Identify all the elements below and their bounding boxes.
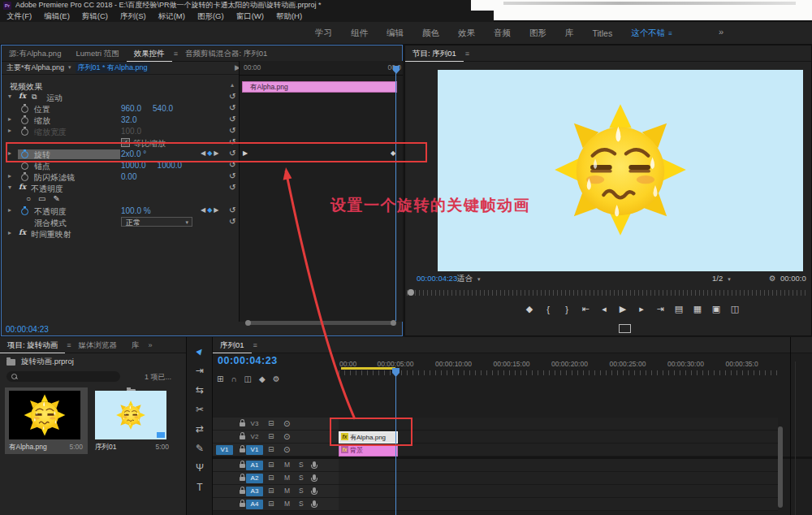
menu-item-文件F[interactable]: 文件(F) xyxy=(6,11,32,22)
twirl-right-icon[interactable]: ▸ xyxy=(8,127,11,134)
selection-tool[interactable]: ► xyxy=(187,342,213,360)
next-keyframe-icon[interactable]: ▶ xyxy=(214,206,220,214)
go-to-out-icon[interactable]: ⇥ xyxy=(654,304,666,314)
parameter-value[interactable]: 100.0 xyxy=(121,127,141,136)
program-scrub-handle[interactable] xyxy=(408,289,414,296)
track-content-V1[interactable] xyxy=(339,444,778,457)
panel-menu-icon[interactable]: ≡ xyxy=(253,341,257,349)
workspace-tab[interactable]: 效果 xyxy=(458,28,475,39)
solo-icon[interactable]: S xyxy=(299,474,304,482)
track-target-A3[interactable]: A3 xyxy=(246,487,263,496)
track-content-A2[interactable] xyxy=(339,472,778,485)
go-to-in-icon[interactable]: ⇤ xyxy=(580,304,591,314)
track-lock-icon[interactable] xyxy=(240,503,245,507)
slip-tool[interactable]: ⇄ xyxy=(187,420,213,438)
reset-parameter-icon[interactable]: ↺ xyxy=(229,115,235,123)
multi-camera-toggle-icon[interactable] xyxy=(619,324,631,333)
workspace-overflow-icon[interactable]: » xyxy=(719,27,723,37)
track-lock-icon[interactable] xyxy=(240,422,245,426)
twirl-right-icon[interactable]: ▸ xyxy=(8,149,11,157)
menu-item-编辑E[interactable]: 编辑(E) xyxy=(44,11,70,22)
previous-keyframe-icon[interactable]: ◀ xyxy=(201,206,207,214)
track-header-V1[interactable]: V1V1⊟⊙ xyxy=(213,444,339,457)
tab-效果控件[interactable]: 效果控件 xyxy=(127,45,172,62)
sync-lock-icon[interactable]: ⊟ xyxy=(268,500,274,508)
blend-mode-dropdown[interactable]: 正常▾ xyxy=(121,217,192,227)
ellipse-mask-icon[interactable]: ○ xyxy=(26,194,31,203)
reset-parameter-icon[interactable]: ↺ xyxy=(229,149,235,158)
menu-item-帮助H[interactable]: 帮助(H) xyxy=(276,11,302,22)
comparison-view-icon[interactable]: ◫ xyxy=(729,304,741,314)
effect-timeline-clip[interactable]: 有Alpha.png xyxy=(242,81,397,93)
parameter-value[interactable]: 0.00 xyxy=(121,172,136,181)
master-clip-selector[interactable]: 主要*有Alpha.png xyxy=(6,63,64,73)
parameter-value[interactable]: 2x0.0 ° xyxy=(121,149,146,158)
reset-parameter-icon[interactable]: ↺ xyxy=(229,103,235,112)
voiceover-record-icon[interactable] xyxy=(313,461,316,467)
menu-item-图形G[interactable]: 图形(G) xyxy=(197,11,224,22)
previous-keyframe-icon[interactable]: ◀ xyxy=(201,149,207,157)
track-target-V3[interactable]: V3 xyxy=(246,419,263,429)
twirl-down-icon[interactable]: ▾ xyxy=(8,184,11,191)
ripple-edit-tool[interactable]: ⇆ xyxy=(187,381,213,399)
play-icon[interactable]: ▶ xyxy=(617,304,628,314)
twirl-down-icon[interactable]: ▾ xyxy=(8,93,11,100)
step-forward-icon[interactable]: ▸ xyxy=(636,304,647,314)
next-keyframe-icon[interactable]: ▶ xyxy=(214,149,220,157)
sync-lock-icon[interactable]: ⊟ xyxy=(268,487,274,495)
mute-icon[interactable]: M xyxy=(284,487,290,495)
voiceover-record-icon[interactable] xyxy=(313,487,316,493)
track-output-eye-icon[interactable]: ⊙ xyxy=(283,419,290,428)
track-content-V2[interactable] xyxy=(339,431,778,444)
insert-nest-icon[interactable]: ⊞ xyxy=(217,374,223,383)
menu-item-标记M[interactable]: 标记(M) xyxy=(158,11,185,22)
project-search-input[interactable] xyxy=(6,371,120,382)
work-area-bar[interactable] xyxy=(341,367,395,370)
reset-parameter-icon[interactable]: ↺ xyxy=(229,171,235,180)
effect-playhead-line[interactable] xyxy=(395,72,396,321)
track-header-V2[interactable]: V2⊟⊙ xyxy=(213,431,339,444)
track-target-V2[interactable]: V2 xyxy=(246,432,263,442)
panel-menu-icon[interactable]: ≡ xyxy=(668,30,672,37)
track-header-V3[interactable]: V3⊟⊙ xyxy=(213,418,339,431)
collapse-icon[interactable]: ▴ xyxy=(231,81,234,89)
tab-项目: 旋转动画[interactable]: 项目: 旋转动画 xyxy=(0,337,65,353)
track-content-A3[interactable] xyxy=(339,485,778,498)
effect-timeline-ruler[interactable]: 00:00 00:0 xyxy=(240,61,403,76)
track-header-A1[interactable]: A1⊟MS xyxy=(213,459,339,472)
export-frame-icon[interactable]: ▣ xyxy=(710,304,722,314)
keyframe-start-marker[interactable]: ▶ xyxy=(243,149,248,157)
workspace-tab[interactable]: 音频 xyxy=(494,28,511,39)
step-back-icon[interactable]: ◂ xyxy=(598,304,610,314)
reset-parameter-icon[interactable]: ↺ xyxy=(229,160,235,169)
hand-tool[interactable]: Ψ xyxy=(187,459,213,477)
track-content-V3[interactable] xyxy=(339,418,778,431)
reset-parameter-icon[interactable]: ↺ xyxy=(229,92,235,101)
stopwatch-icon[interactable] xyxy=(21,106,28,113)
workspace-tab[interactable]: 编辑 xyxy=(387,28,404,39)
razor-tool[interactable]: ✂ xyxy=(187,400,213,418)
playback-resolution-dropdown[interactable]: 1/2▾ xyxy=(712,274,731,283)
solo-icon[interactable]: S xyxy=(299,500,304,508)
fit-dropdown[interactable]: 适合▾ xyxy=(457,274,481,284)
mark-out-icon[interactable]: } xyxy=(561,305,572,314)
parameter-value[interactable]: 540.0 xyxy=(153,104,173,113)
track-content-A1[interactable] xyxy=(339,459,778,472)
sequence-clip-label[interactable]: 序列01 * 有Alpha.png xyxy=(76,63,150,73)
pen-tool[interactable]: ✎ xyxy=(187,439,213,457)
menu-item-剪辑C[interactable]: 剪辑(C) xyxy=(82,11,108,22)
tab-库[interactable]: 库 xyxy=(124,337,147,353)
effect-timeline-zoom-bar[interactable] xyxy=(247,321,395,325)
mute-icon[interactable]: M xyxy=(284,474,290,482)
tab-program-monitor[interactable]: 节目: 序列01 xyxy=(405,45,464,62)
stopwatch-icon[interactable] xyxy=(21,162,28,170)
pen-mask-icon[interactable]: ✎ xyxy=(54,194,60,203)
track-header-A2[interactable]: A2⊟MS xyxy=(213,472,339,485)
voiceover-record-icon[interactable] xyxy=(313,500,316,506)
stopwatch-icon[interactable] xyxy=(21,117,28,124)
tab-音频剪辑混合器: 序列01[interactable]: 音频剪辑混合器: 序列01 xyxy=(178,45,274,61)
track-select-forward-tool[interactable]: ⇥ xyxy=(187,361,213,379)
track-lock-icon[interactable] xyxy=(240,464,245,468)
project-item-name[interactable]: 序列01 xyxy=(95,443,116,452)
extract-icon[interactable]: ▦ xyxy=(692,304,703,314)
